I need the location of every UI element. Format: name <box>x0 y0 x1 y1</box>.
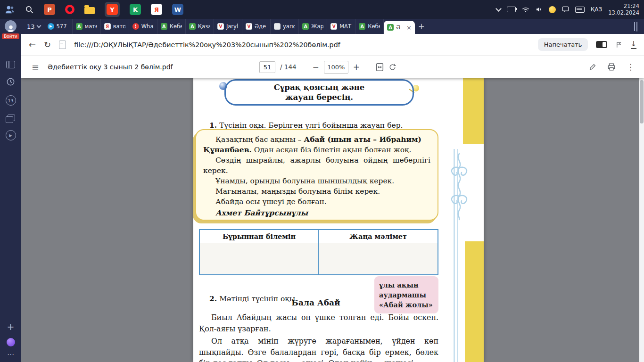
browser-sidebar: Войти 13 ▶ + ⋯ <box>0 19 21 362</box>
menu-icon[interactable]: ≡ <box>32 62 39 72</box>
tab[interactable]: АКөбе <box>355 19 384 34</box>
quote-paragraph: Мағыналы, маңызды болуына білім керек. <box>203 186 430 197</box>
pdf-page: Сұрақ қоясың және жауап бересің. 1. Түсі… <box>193 78 484 362</box>
ya-favicon: Я <box>104 23 111 30</box>
taskbar: P Y K Я W ҚАЗ <box>0 0 644 19</box>
tab-label: мате <box>85 23 97 30</box>
tab-label: МАТ <box>339 23 352 30</box>
quote-bold: Абай (шын аты – Ибраһим) <box>304 135 421 144</box>
pdf-scrollbar[interactable] <box>639 78 644 362</box>
print-page-button[interactable]: Напечатать <box>538 38 588 51</box>
print-icon[interactable] <box>607 63 616 71</box>
yandex-browser-active-slot[interactable]: Y <box>105 2 120 17</box>
file-explorer-icon[interactable] <box>84 7 95 14</box>
tab-label: вато <box>113 23 125 30</box>
fit-page-icon[interactable] <box>376 63 384 72</box>
new-tab-button[interactable]: + <box>415 22 428 31</box>
tab-label: уапс <box>283 23 295 30</box>
address-bar[interactable]: file:///D:/ОҚУЛЫҚТАР/Әдебиеттік%20оқу%20… <box>74 41 530 49</box>
sidebar-bottom: + ⋯ <box>7 322 15 357</box>
scrollbar-thumb[interactable] <box>640 80 644 123</box>
battery-icon[interactable] <box>507 7 516 12</box>
quote-paragraph: Ұнамды, орынды болуына шыншылдық керек. <box>203 176 430 186</box>
avatar[interactable] <box>5 20 17 32</box>
quote-box: Қазақтың бас ақыны – Абай (шын аты – Ибр… <box>195 129 438 221</box>
tab[interactable]: 577 <box>44 19 73 34</box>
document-favicon <box>274 23 281 30</box>
page-icon[interactable] <box>59 41 66 49</box>
back-button[interactable]: ← <box>29 41 36 49</box>
quote-paragraph: Абайда осы үшеуі де болған. <box>203 197 430 207</box>
tab[interactable]: Амате <box>73 19 101 34</box>
pdf-page-controls: / 144 − 100% + <box>259 61 396 74</box>
tab[interactable]: VМАТ <box>327 19 355 34</box>
tab[interactable]: АЖар <box>299 19 327 34</box>
a-favicon: А <box>387 24 394 31</box>
tray-chevron-icon[interactable] <box>495 6 502 12</box>
tab[interactable]: Явато <box>101 19 129 34</box>
tab[interactable]: VӘде <box>242 19 271 34</box>
kundelik-icon[interactable]: K <box>130 4 141 15</box>
tab[interactable]: !Wha <box>129 19 157 34</box>
quote-author: Ахмет Байтұрсынұлы <box>203 207 430 218</box>
alice-icon[interactable] <box>7 338 15 346</box>
alice-tray-icon[interactable] <box>549 6 556 13</box>
powerpoint-icon[interactable]: P <box>44 4 55 15</box>
zoom-in-button[interactable]: + <box>353 62 360 72</box>
tab-label: Wha <box>141 23 154 30</box>
downloads-icon[interactable]: ↓ <box>630 41 636 49</box>
tab[interactable]: уапс <box>271 19 299 34</box>
tab[interactable]: VJaryl <box>214 19 242 34</box>
tabs: 577 Амате Явато !Wha АКөбе АҚаза VJaryl … <box>44 19 415 34</box>
close-icon[interactable]: × <box>406 24 412 31</box>
tray-time: 21:24 <box>608 3 639 9</box>
decor-yellow-bottom <box>465 241 484 362</box>
extension-toggle-icon[interactable] <box>596 41 607 48</box>
sidebar-more-icon[interactable]: ⋯ <box>7 353 14 357</box>
volume-icon[interactable] <box>536 6 543 13</box>
annotate-pen-icon[interactable] <box>589 63 596 71</box>
active-tab[interactable]: А Ә × <box>384 21 415 34</box>
tab-counter[interactable]: 13 <box>23 21 44 32</box>
quote-text: Қазақтың бас ақыны – <box>215 135 304 144</box>
yandex-search-icon[interactable]: Я <box>151 4 162 15</box>
video-icon[interactable]: ▶ <box>6 130 16 140</box>
reload-button[interactable]: ↻ <box>44 41 51 49</box>
v-favicon: V <box>246 23 252 30</box>
download-arrow: ↓ <box>630 41 636 48</box>
v-favicon: V <box>330 23 337 30</box>
tab-label: Әде <box>255 23 267 30</box>
login-badge[interactable]: Войти <box>2 33 19 39</box>
tab-label: Көбе <box>368 23 380 30</box>
sidebar-add-icon[interactable]: + <box>7 322 15 331</box>
clock[interactable]: 21:24 13.02.2024 <box>608 3 639 16</box>
opera-icon[interactable] <box>65 5 74 14</box>
vocabulary-box: ұлы ақын аудармашы «Абай жолы» <box>374 276 438 313</box>
language-indicator[interactable]: ҚАЗ <box>591 6 602 13</box>
yandex-browser-icon[interactable]: Y <box>107 4 118 15</box>
wifi-icon[interactable] <box>522 7 529 13</box>
zoom-out-button[interactable]: − <box>313 62 319 72</box>
tab[interactable]: АКөбе <box>157 19 186 34</box>
sidebar-toggle-icon[interactable] <box>636 22 637 32</box>
tab-count-badge[interactable]: 13 <box>6 95 16 106</box>
pdf-toolbar: ≡ Әдебиеттік оқу 3 сынып 2 бөлім.pdf / 1… <box>21 56 644 78</box>
rotate-icon[interactable] <box>388 63 396 71</box>
a-favicon: А <box>302 23 309 30</box>
page-number-input[interactable] <box>259 61 275 73</box>
story-paragraph: Ол атқа мініп жүруге жарағанымен, үйден … <box>199 336 438 362</box>
pdf-title: Әдебиеттік оқу 3 сынып 2 бөлім.pdf <box>48 63 173 71</box>
keyboard-icon[interactable] <box>575 7 585 13</box>
history-icon[interactable] <box>6 77 15 86</box>
panels-icon[interactable] <box>6 61 15 68</box>
people-icon[interactable] <box>5 5 15 14</box>
tab-groups-icon[interactable] <box>8 115 15 121</box>
tab-label: Ә <box>396 24 400 31</box>
word-icon[interactable]: W <box>172 4 183 15</box>
tab[interactable]: АҚаза <box>186 19 214 34</box>
more-options-icon[interactable]: ⋮ <box>627 62 635 72</box>
chat-icon[interactable] <box>562 6 569 13</box>
search-icon[interactable] <box>25 5 34 14</box>
a-favicon: А <box>161 23 167 30</box>
collections-flag-icon[interactable] <box>615 41 622 49</box>
